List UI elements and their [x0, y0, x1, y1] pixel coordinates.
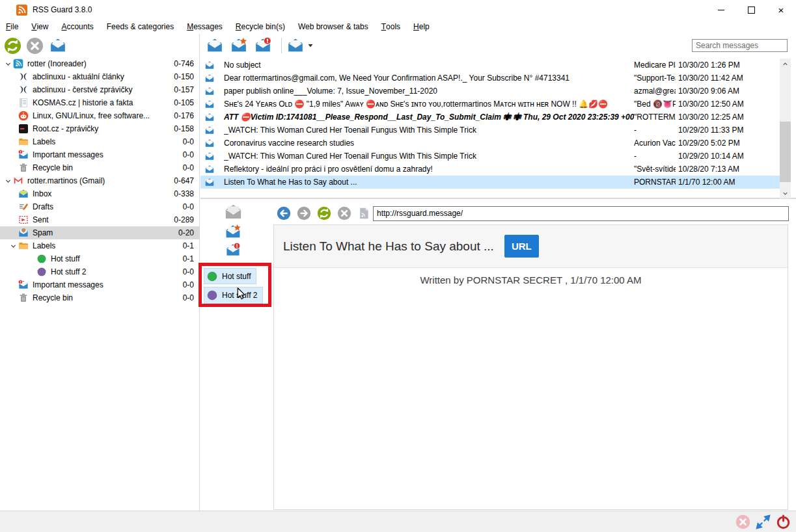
- stop-update-button-stop-icon[interactable]: [26, 37, 44, 55]
- quit-button-power-icon[interactable]: [776, 514, 791, 529]
- feed-unread-count: 0-0: [163, 202, 199, 211]
- message-row[interactable]: paper publish online___Volume: 7, Issue_…: [200, 85, 780, 98]
- expand-chevron-icon[interactable]: [8, 242, 18, 250]
- important-icon: [18, 150, 29, 160]
- maximize-button[interactable]: [736, 0, 766, 20]
- feed-row[interactable]: Recycle bin0-0: [0, 291, 199, 304]
- important-icon: [18, 280, 29, 290]
- message-row[interactable]: Dear rottermartinos@gmail.com, We Need Y…: [200, 72, 780, 85]
- expand-chevron-icon[interactable]: [3, 177, 13, 185]
- back-button-icon[interactable]: [277, 206, 291, 220]
- message-subject: paper publish online___Volume: 7, Issue_…: [224, 86, 634, 96]
- minimize-button[interactable]: [706, 0, 736, 20]
- message-subject: _WATCH: This Woman Cured Her Toenail Fun…: [224, 152, 634, 161]
- message-sender: "ROTTERMARTIN...: [634, 113, 676, 122]
- url-input[interactable]: [373, 206, 789, 221]
- feed-row[interactable]: Labels0-0: [0, 135, 199, 148]
- fullscreen-button-expand-icon[interactable]: [756, 514, 771, 529]
- menu-item-messages[interactable]: Messages: [180, 20, 229, 34]
- menu-item-tools[interactable]: Tools: [375, 20, 407, 34]
- message-subject: Sʜᴇ's 24 Yᴇᴀʀs Oʟᴅ ⛔ "1,9 miles" Aᴡᴀʏ ⛔ᴀ…: [224, 100, 634, 109]
- message-row[interactable]: Listen To What he Has to Say about ...PO…: [200, 176, 780, 189]
- indent-spacer: [8, 281, 18, 289]
- menu-bar: FileViewAccountsFeeds & categoriesMessag…: [0, 20, 796, 34]
- menu-item-recycle-bin-s-[interactable]: Recycle bin(s): [229, 20, 292, 34]
- search-input[interactable]: [692, 39, 788, 52]
- mail-open-icon: [204, 73, 215, 83]
- mark-important-button-icon[interactable]: [229, 37, 249, 54]
- feed-row[interactable]: rotter.martinos (Gmail)0-647: [0, 174, 199, 187]
- feed-label: Labels: [33, 137, 163, 146]
- mail-open-icon: [204, 178, 215, 187]
- forward-button-icon[interactable]: [297, 206, 311, 220]
- scrollbar-thumb[interactable]: [780, 122, 791, 182]
- feed-unread-count: 0-338: [163, 189, 199, 198]
- dropdown-caret-icon[interactable]: [308, 43, 313, 48]
- rootcz-icon: [18, 124, 29, 134]
- menu-item-help[interactable]: Help: [407, 20, 436, 34]
- feed-row[interactable]: rotter (Inoreader)0-746: [0, 57, 199, 70]
- stop-button-icon[interactable]: [337, 206, 351, 220]
- feed-row[interactable]: Drafts0-0: [0, 200, 199, 213]
- message-row[interactable]: ATT ⛔Victim ID:1741081__Please_Respond__…: [200, 111, 780, 124]
- update-feeds-button-refresh-icon[interactable]: [4, 37, 21, 55]
- mark-all-read-button-mail-open-icon[interactable]: [48, 37, 68, 54]
- message-row[interactable]: _WATCH: This Woman Cured Her Toenail Fun…: [200, 124, 780, 137]
- mail-open-icon: [204, 139, 215, 148]
- message-list-scrollbar[interactable]: [780, 59, 791, 198]
- article-byline: Written by PORNSTAR SECRET , 1/1/70 12:0…: [274, 268, 788, 291]
- gmail-icon: [13, 176, 23, 186]
- feed-row[interactable]: Labels0-1: [0, 239, 199, 252]
- menu-item-accounts[interactable]: Accounts: [55, 20, 100, 34]
- menu-item-feeds-categories[interactable]: Feeds & categories: [100, 20, 180, 34]
- indent-spacer: [8, 216, 18, 224]
- feed-label: Drafts: [33, 202, 163, 211]
- feed-label: Recycle bin: [33, 293, 163, 302]
- message-actions-button-icon[interactable]: [286, 37, 305, 54]
- scrollbar-up-arrow-icon[interactable]: [780, 59, 791, 69]
- mark-unread-button-icon[interactable]: [253, 37, 273, 54]
- feed-row[interactable]: Important messages0-0: [0, 278, 199, 291]
- feed-row[interactable]: Sent0-289: [0, 213, 199, 226]
- menu-item-web-browser-tabs[interactable]: Web browser & tabs: [292, 20, 375, 34]
- feed-row[interactable]: abclinuxu - aktuální články0-150: [0, 70, 199, 83]
- feed-row[interactable]: Inbox0-338: [0, 187, 199, 200]
- feed-row[interactable]: Recycle bin0-0: [0, 161, 199, 174]
- menu-item-file[interactable]: File: [0, 20, 25, 34]
- article-url-button[interactable]: URL: [504, 235, 539, 258]
- feed-unread-count: 0-105: [163, 98, 199, 107]
- mark-unread-button-mail-alert-icon[interactable]: [225, 243, 241, 258]
- feed-row[interactable]: abclinuxu - čerstvé zprávičky0-157: [0, 83, 199, 96]
- feed-row[interactable]: Important messages0-0: [0, 148, 199, 161]
- maximize-icon: [748, 7, 755, 14]
- message-row[interactable]: _WATCH: This Woman Cured Her Toenail Fun…: [200, 150, 780, 163]
- drafts-icon: [18, 202, 29, 212]
- feed-row[interactable]: Spam0-20: [0, 226, 199, 239]
- reload-button-icon[interactable]: [317, 206, 331, 220]
- mail-open-icon: [204, 86, 215, 96]
- scrollbar-down-arrow-icon[interactable]: [780, 188, 791, 198]
- abclinuxu-icon: [18, 85, 29, 95]
- close-tab-button-x-disabled-icon[interactable]: [735, 514, 750, 529]
- expand-chevron-icon[interactable]: [3, 60, 13, 68]
- close-button[interactable]: ×: [766, 0, 796, 20]
- feed-unread-count: 0-289: [163, 215, 199, 224]
- mark-selected-read-button-icon[interactable]: [205, 37, 225, 54]
- indent-spacer: [8, 190, 18, 198]
- feed-row[interactable]: KOSMAS.cz | historie a fakta0-105: [0, 96, 199, 109]
- inoreader-icon: [13, 59, 23, 69]
- message-row[interactable]: Coronavirus vaccine research studiesAcur…: [200, 137, 780, 150]
- menu-item-view[interactable]: View: [25, 20, 55, 34]
- message-row[interactable]: No subjectMedicare Plan <e...10/30/20 1:…: [200, 59, 780, 72]
- indent-spacer: [8, 112, 18, 120]
- feed-row[interactable]: Hot stuff 20-0: [0, 265, 199, 278]
- feed-row[interactable]: Linux, GNU/Linux, free software...0-176: [0, 109, 199, 122]
- spam-icon: [18, 228, 29, 238]
- mark-important-button-mail-star-icon[interactable]: [224, 224, 242, 240]
- message-row[interactable]: Reflektory - ideální pro práci i pro osv…: [200, 163, 780, 176]
- mail-open-icon: [204, 152, 215, 161]
- feed-unread-count: 0-150: [163, 72, 199, 81]
- feed-row[interactable]: Hot stuff0-1: [0, 252, 199, 265]
- feed-row[interactable]: Root.cz - zprávičky0-158: [0, 122, 199, 135]
- message-row[interactable]: Sʜᴇ's 24 Yᴇᴀʀs Oʟᴅ ⛔ "1,9 miles" Aᴡᴀʏ ⛔ᴀ…: [200, 98, 780, 111]
